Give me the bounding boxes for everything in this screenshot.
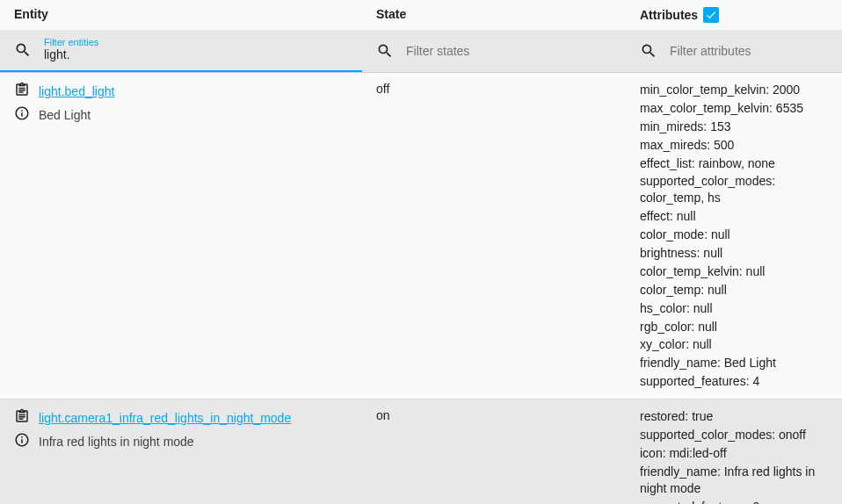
attribute-line: supported_features: 0 bbox=[640, 499, 828, 504]
attribute-line: supported_features: 4 bbox=[640, 373, 828, 390]
header-state: State bbox=[362, 4, 626, 26]
attribute-line: effect_list: rainbow, none bbox=[640, 155, 828, 172]
header-entity: Entity bbox=[0, 4, 362, 26]
attribute-line: friendly_name: Infra red lights in night… bbox=[640, 464, 828, 497]
entity-friendly-name: Infra red lights in night mode bbox=[39, 435, 194, 449]
developer-tools-states-table: Entity State Attributes Filter entities bbox=[0, 0, 842, 504]
attribute-line: restored: true bbox=[640, 408, 828, 425]
attribute-line: color_mode: null bbox=[640, 227, 828, 243]
check-icon bbox=[705, 9, 717, 21]
attribute-line: max_color_temp_kelvin: 6535 bbox=[640, 100, 828, 117]
clipboard-icon bbox=[14, 82, 30, 97]
filter-attributes-input[interactable] bbox=[670, 44, 828, 58]
attribute-line: icon: mdi:led-off bbox=[640, 445, 828, 462]
filter-state-cell bbox=[362, 30, 626, 72]
attributes-toggle-checkbox[interactable] bbox=[703, 7, 719, 23]
search-icon bbox=[640, 42, 657, 60]
copy-entity-button[interactable] bbox=[14, 408, 30, 427]
attribute-line: effect: null bbox=[640, 208, 828, 225]
entity-id-link[interactable]: light.camera1_infra_red_lights_in_night_… bbox=[39, 411, 291, 425]
entity-friendly-name: Bed Light bbox=[39, 108, 91, 122]
search-icon bbox=[14, 41, 32, 59]
state-cell: off bbox=[362, 78, 626, 393]
search-icon bbox=[376, 42, 394, 60]
attribute-line: friendly_name: Bed Light bbox=[640, 355, 828, 371]
info-icon bbox=[14, 105, 30, 121]
info-icon bbox=[14, 432, 30, 448]
clipboard-icon bbox=[14, 408, 30, 424]
table-header-row: Entity State Attributes bbox=[0, 0, 842, 30]
filter-entity-label: Filter entities bbox=[44, 37, 98, 47]
more-info-button[interactable] bbox=[14, 432, 30, 450]
attribute-line: supported_color_modes: onoff bbox=[640, 427, 828, 443]
attribute-line: supported_color_modes: color_temp, hs bbox=[640, 173, 828, 206]
header-attributes: Attributes bbox=[626, 4, 842, 26]
table-row: light.camera1_infra_red_lights_in_night_… bbox=[0, 400, 842, 504]
attribute-line: rgb_color: null bbox=[640, 319, 828, 335]
attributes-cell: min_color_temp_kelvin: 2000max_color_tem… bbox=[626, 78, 842, 393]
table-row: light.bed_lightBed Lightoffmin_color_tem… bbox=[0, 73, 842, 400]
attributes-cell: restored: truesupported_color_modes: ono… bbox=[626, 405, 842, 504]
attribute-line: max_mireds: 500 bbox=[640, 137, 828, 154]
attribute-line: xy_color: null bbox=[640, 336, 828, 353]
entity-cell: light.camera1_infra_red_lights_in_night_… bbox=[0, 405, 362, 504]
state-cell: on bbox=[362, 405, 626, 504]
header-attributes-label: Attributes bbox=[640, 8, 698, 22]
entity-id-link[interactable]: light.bed_light bbox=[39, 84, 114, 98]
attribute-line: min_mireds: 153 bbox=[640, 119, 828, 135]
more-info-button[interactable] bbox=[14, 105, 30, 124]
attribute-line: color_temp_kelvin: null bbox=[640, 263, 828, 280]
attribute-line: brightness: null bbox=[640, 245, 828, 262]
filter-row: Filter entities bbox=[0, 30, 842, 73]
filter-entity-cell: Filter entities bbox=[0, 30, 362, 72]
attribute-line: color_temp: null bbox=[640, 282, 828, 299]
attribute-line: hs_color: null bbox=[640, 300, 828, 317]
entity-cell: light.bed_lightBed Light bbox=[0, 78, 362, 393]
copy-entity-button[interactable] bbox=[14, 82, 30, 100]
filter-state-input[interactable] bbox=[406, 44, 612, 58]
filter-attributes-cell bbox=[626, 30, 842, 72]
attribute-line: min_color_temp_kelvin: 2000 bbox=[640, 82, 828, 98]
